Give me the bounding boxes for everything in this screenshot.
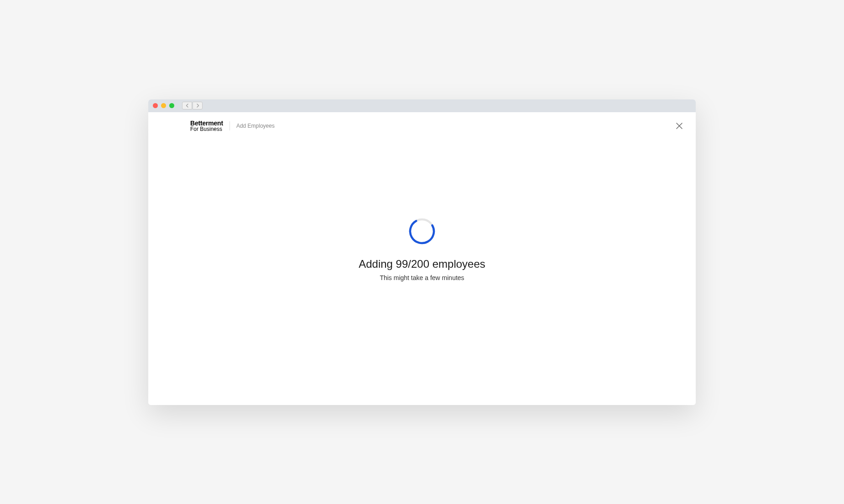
close-icon (676, 123, 682, 129)
browser-window: Betterment For Business Add Employees Ad… (148, 99, 696, 405)
brand-logo: Betterment For Business (159, 120, 223, 132)
browser-back-button[interactable] (182, 102, 192, 109)
svg-point-1 (408, 218, 436, 245)
chevron-left-icon (186, 104, 189, 108)
window-maximize-button[interactable] (169, 103, 174, 108)
main-content: Adding 99/200 employees This might take … (148, 140, 696, 405)
logo-sub-text: For Business (190, 126, 223, 132)
breadcrumb: Add Employees (236, 123, 275, 129)
browser-forward-button[interactable] (193, 102, 203, 109)
loading-spinner-icon (408, 218, 436, 245)
window-close-button[interactable] (153, 103, 158, 108)
progress-title: Adding 99/200 employees (359, 258, 485, 270)
window-minimize-button[interactable] (161, 103, 166, 108)
window-controls (153, 103, 174, 108)
browser-chrome (148, 99, 696, 112)
browser-nav-buttons (182, 102, 203, 109)
progress-subtitle: This might take a few minutes (380, 274, 464, 281)
app-header: Betterment For Business Add Employees (148, 112, 696, 140)
app-content: Betterment For Business Add Employees Ad… (148, 112, 696, 405)
close-button[interactable] (674, 120, 685, 131)
chevron-right-icon (196, 104, 199, 108)
header-divider (229, 121, 230, 130)
